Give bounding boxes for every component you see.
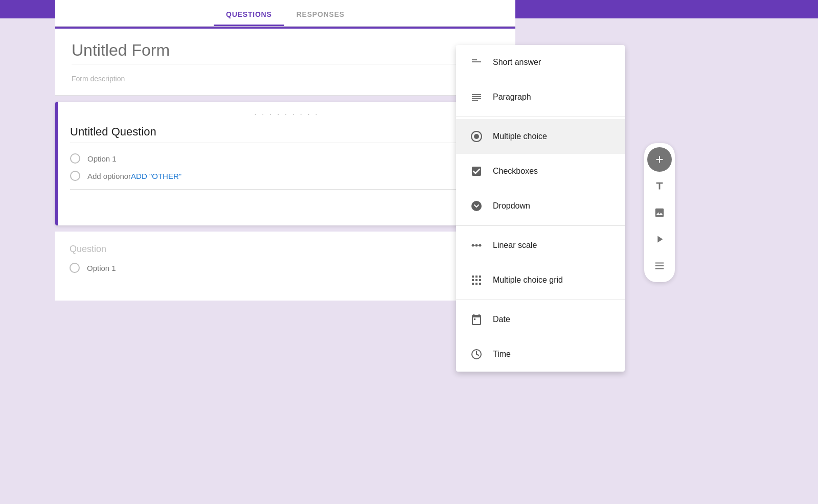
menu-divider-2 xyxy=(456,225,625,226)
svg-rect-13 xyxy=(475,279,478,281)
svg-rect-9 xyxy=(472,276,474,278)
menu-divider-3 xyxy=(456,300,625,300)
multiple-choice-grid-icon xyxy=(466,270,487,290)
svg-point-6 xyxy=(479,244,482,247)
form-description[interactable]: Form description xyxy=(72,71,499,87)
add-question-button[interactable] xyxy=(647,147,672,172)
question-title-1[interactable]: Untitled Question xyxy=(70,125,503,143)
checkboxes-icon xyxy=(466,161,487,181)
menu-label-short-answer: Short answer xyxy=(493,58,541,67)
add-video-button[interactable] xyxy=(647,227,672,251)
svg-rect-15 xyxy=(472,283,474,285)
menu-item-linear-scale[interactable]: Linear scale xyxy=(456,228,625,263)
tab-questions[interactable]: QUESTIONS xyxy=(214,4,284,26)
question-card-1: · · · · · · · · · Untitled Question Opti… xyxy=(55,102,515,225)
radio-circle-1 xyxy=(70,153,80,164)
add-image-button[interactable] xyxy=(647,200,672,225)
svg-rect-10 xyxy=(475,276,478,278)
radio-circle-2 xyxy=(70,263,80,273)
option-2-label: Option 1 xyxy=(87,264,116,272)
date-icon xyxy=(466,309,487,330)
menu-item-multiple-choice[interactable]: Multiple choice xyxy=(456,119,625,154)
add-section-button[interactable] xyxy=(647,254,672,278)
svg-rect-17 xyxy=(479,283,481,285)
radio-circle-add xyxy=(70,171,80,181)
multiple-choice-icon xyxy=(466,126,487,147)
tab-responses[interactable]: RESPONSES xyxy=(284,4,357,26)
svg-point-5 xyxy=(475,244,478,247)
svg-point-4 xyxy=(472,244,474,247)
svg-rect-14 xyxy=(479,279,481,281)
question-footer xyxy=(70,189,503,215)
add-other-link[interactable]: ADD "OTHER" xyxy=(131,172,181,180)
menu-item-time[interactable]: Time xyxy=(456,337,625,372)
svg-point-3 xyxy=(471,201,482,211)
time-icon xyxy=(466,344,487,364)
add-option-row[interactable]: Add option or ADD "OTHER" xyxy=(70,171,503,181)
menu-divider-1 xyxy=(456,117,625,117)
option-row-1: Option 1 xyxy=(70,153,503,164)
short-answer-icon xyxy=(466,52,487,73)
svg-rect-12 xyxy=(472,279,474,281)
form-title-area: Untitled Form Form description xyxy=(55,27,515,95)
add-option-text: Add option xyxy=(87,172,124,180)
question-type-dropdown: Short answer Paragraph Multiple choice xyxy=(456,45,625,372)
add-option-or: or xyxy=(124,172,131,180)
form-title[interactable]: Untitled Form xyxy=(72,41,499,64)
menu-label-multiple-choice-grid: Multiple choice grid xyxy=(493,276,563,285)
svg-rect-11 xyxy=(479,276,481,278)
menu-item-short-answer[interactable]: Short answer xyxy=(456,45,625,80)
menu-item-multiple-choice-grid[interactable]: Multiple choice grid xyxy=(456,263,625,297)
menu-label-multiple-choice: Multiple choice xyxy=(493,132,547,141)
menu-label-dropdown: Dropdown xyxy=(493,201,530,211)
menu-item-paragraph[interactable]: Paragraph xyxy=(456,80,625,114)
option-1-label: Option 1 xyxy=(87,154,117,163)
form-card: QUESTIONS RESPONSES Untitled Form Form d… xyxy=(55,0,515,301)
dropdown-icon xyxy=(466,196,487,216)
add-title-button[interactable] xyxy=(647,174,672,198)
divider-1 xyxy=(55,95,515,96)
menu-item-date[interactable]: Date xyxy=(456,302,625,337)
menu-item-dropdown[interactable]: Dropdown xyxy=(456,189,625,223)
right-sidebar xyxy=(644,143,675,282)
question-card-2: Question Option 1 xyxy=(55,232,515,301)
drag-handle: · · · · · · · · · xyxy=(70,110,503,119)
paragraph-icon xyxy=(466,87,487,107)
menu-label-date: Date xyxy=(493,315,510,324)
svg-rect-16 xyxy=(475,283,478,285)
menu-item-checkboxes[interactable]: Checkboxes xyxy=(456,154,625,189)
svg-point-1 xyxy=(474,134,479,139)
menu-label-paragraph: Paragraph xyxy=(493,93,531,102)
tabs-row: QUESTIONS RESPONSES xyxy=(55,0,515,27)
svg-rect-18 xyxy=(474,318,475,320)
linear-scale-icon xyxy=(466,235,487,256)
question-title-2[interactable]: Question xyxy=(70,244,501,255)
menu-label-time: Time xyxy=(493,350,511,359)
menu-label-linear-scale: Linear scale xyxy=(493,241,537,250)
option-row-2: Option 1 xyxy=(70,263,501,273)
menu-label-checkboxes: Checkboxes xyxy=(493,167,538,176)
